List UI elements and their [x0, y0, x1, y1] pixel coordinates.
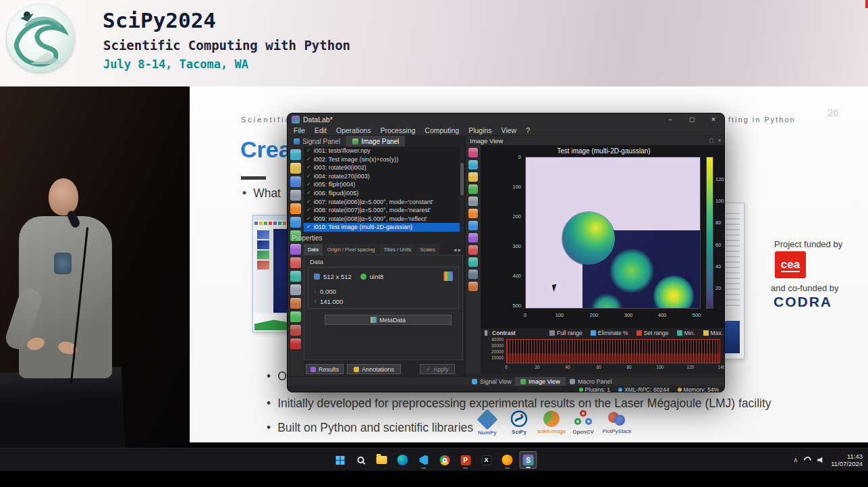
prop-tab-data[interactable]: Data [304, 244, 323, 255]
toolbar-icon[interactable] [290, 203, 301, 214]
volume-icon[interactable] [817, 457, 825, 464]
metadata-button[interactable]: MetaData [325, 315, 452, 325]
prop-tab-titles[interactable]: Titles / Units [379, 244, 416, 255]
image-list-item[interactable]: ✓i005: fliplr(i004) [304, 180, 464, 189]
toolbar-icon[interactable] [468, 160, 478, 170]
tray-chevron-icon[interactable]: ∧ [794, 457, 798, 463]
tab-image-panel[interactable]: Image Panel [346, 136, 405, 147]
results-button[interactable]: Results [306, 364, 344, 374]
toolbar-icon[interactable] [468, 233, 478, 242]
eliminate-option[interactable]: Eliminate % [591, 330, 628, 336]
close-button[interactable]: ✕ [703, 113, 724, 126]
gaussian-blob [591, 293, 623, 309]
menu-computing[interactable]: Computing [420, 126, 464, 136]
image-list-item[interactable]: ✓i002: Test image (sin(x)+cos(y)) [304, 155, 464, 164]
menu-operations[interactable]: Operations [331, 126, 375, 136]
menu-plugins[interactable]: Plugins [464, 126, 496, 136]
menu-help[interactable]: ? [521, 126, 535, 136]
metadata-icon [371, 317, 377, 323]
edge-button[interactable] [394, 451, 412, 469]
toolbar-icon[interactable] [290, 338, 301, 349]
search-button[interactable] [352, 451, 370, 469]
set-range-option[interactable]: Set range [636, 330, 669, 336]
toolbar-icon[interactable] [468, 221, 478, 230]
list-scrollbar[interactable] [460, 147, 464, 232]
network-icon[interactable] [803, 455, 813, 465]
toolbar-icon[interactable] [290, 325, 301, 336]
toolbar-icon[interactable] [290, 298, 301, 309]
toolbar-icon[interactable] [290, 271, 301, 282]
vscode-button[interactable] [415, 451, 433, 469]
toolbar-icon[interactable] [290, 217, 301, 228]
right-panel: Image View ▢ ✕ Test image (multi-2D-gaus… [464, 136, 725, 376]
image-list-item-selected[interactable]: ✓i010: Test image (multi-2D-gaussian) [304, 223, 464, 232]
colormap-button[interactable] [443, 272, 453, 281]
toolbar-icon[interactable] [290, 149, 301, 160]
menu-processing[interactable]: Processing [375, 126, 420, 136]
tab-macro-panel[interactable]: Macro Panel [564, 377, 618, 386]
max-icon [703, 330, 709, 336]
firefox-button[interactable] [499, 451, 516, 469]
toolbar-icon[interactable] [290, 176, 301, 187]
toolbar-icon[interactable] [290, 190, 301, 201]
image-list-item[interactable]: ✓i008: rotate(i007)|α=5.000°, mode='near… [304, 206, 464, 215]
toolbar-icon[interactable] [468, 245, 478, 255]
toolbar-icon[interactable] [468, 197, 478, 206]
prop-tab-scales[interactable]: Scales [416, 244, 440, 255]
chrome-button[interactable] [436, 451, 454, 469]
panel-tabbar: Signal Panel Image Panel [288, 136, 464, 147]
rendered-image[interactable] [525, 157, 701, 309]
close-panel-icon[interactable]: ✕ [717, 138, 722, 143]
toolbar-icon[interactable] [468, 184, 478, 194]
tabs-scroll-left-icon[interactable]: ◀ [454, 247, 457, 252]
contrast-histogram[interactable] [506, 339, 720, 363]
start-button[interactable] [331, 451, 349, 469]
folder-icon [377, 456, 387, 464]
image-list-item[interactable]: ✓i003: rotate90(i002) [304, 163, 464, 172]
colorbar[interactable] [706, 157, 713, 309]
tab-signal-panel[interactable]: Signal Panel [288, 136, 346, 147]
datalab-window[interactable]: DataLab* – ▢ ✕ File Edit Operations Proc… [287, 113, 725, 392]
toolbar-icon[interactable] [290, 311, 301, 322]
image-list-item[interactable]: ✓i009: rotate(i008)|α=5.000°, mode='refl… [304, 215, 464, 224]
full-range-option[interactable]: Full range [549, 330, 582, 336]
maximize-button[interactable]: ▢ [681, 113, 703, 126]
image-list-item[interactable]: ✓i004: rotate270(i003) [304, 172, 464, 181]
toolbar-icon[interactable] [290, 244, 301, 255]
image-list-item[interactable]: ✓i006: flipud(i005) [304, 189, 464, 198]
annotations-button[interactable]: Annotations [347, 364, 401, 374]
apply-button[interactable]: ✓ Apply [420, 364, 455, 374]
min-arrow-icon: ↓ [314, 288, 317, 294]
min-option[interactable]: Min. [677, 330, 695, 336]
undock-panel-icon[interactable]: ▢ [709, 138, 714, 143]
image-list-item[interactable]: ✓i001: tests\flower.npy [304, 147, 464, 155]
toolbar-icon[interactable] [468, 270, 478, 279]
colorbar-tick: 120 [715, 176, 724, 182]
tab-signal-view[interactable]: Signal View [466, 377, 517, 386]
toolbar-icon[interactable] [468, 257, 478, 267]
max-option[interactable]: Max. [703, 330, 723, 336]
menu-file[interactable]: File [289, 126, 310, 136]
tabs-scroll-right-icon[interactable]: ▶ [458, 247, 461, 252]
clock[interactable]: 11:43 11/07/2024 [831, 453, 863, 467]
powerpoint-button[interactable]: P [457, 451, 474, 469]
toolbar-icon[interactable] [290, 163, 301, 174]
image-plot[interactable]: Test image (multi-2D-gaussian) 0 100 200… [481, 145, 725, 328]
file-explorer-button[interactable] [373, 451, 391, 469]
menu-view[interactable]: View [497, 126, 522, 136]
image-list-item[interactable]: ✓i007: rotate(i006)|α=5.000°, mode='cons… [304, 198, 464, 207]
toolbar-icon[interactable] [468, 172, 478, 182]
menubar: File Edit Operations Processing Computin… [288, 126, 724, 136]
toolbar-icon[interactable] [468, 282, 478, 291]
toolbar-icon[interactable] [468, 148, 478, 157]
minimize-button[interactable]: – [659, 113, 681, 126]
toolbar-icon[interactable] [290, 284, 301, 295]
tab-image-view[interactable]: Image View [515, 377, 566, 386]
toolbar-icon[interactable] [468, 209, 478, 218]
toolbar-icon[interactable] [290, 257, 301, 268]
menu-edit[interactable]: Edit [310, 126, 331, 136]
datalab-taskbar-button[interactable]: S [520, 451, 537, 469]
titlebar[interactable]: DataLab* – ▢ ✕ [288, 113, 724, 126]
prop-tab-origin[interactable]: Origin / Pixel spacing [323, 244, 379, 255]
x-app-button[interactable]: X [478, 451, 495, 469]
